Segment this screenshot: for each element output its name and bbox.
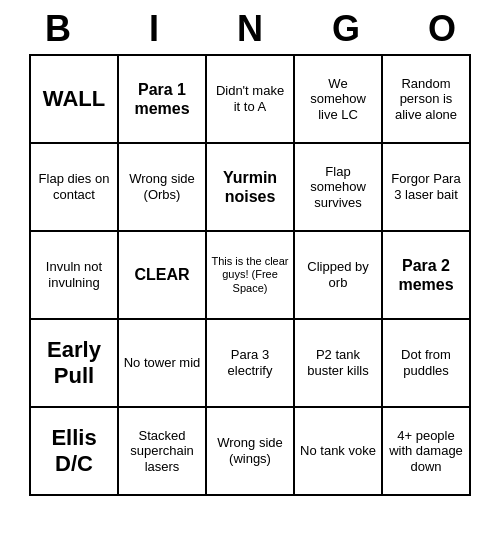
bingo-cell-7[interactable]: Yurmin noises: [207, 144, 295, 232]
bingo-cell-16[interactable]: No tower mid: [119, 320, 207, 408]
bingo-cell-21[interactable]: Stacked superchain lasers: [119, 408, 207, 496]
bingo-cell-10[interactable]: Invuln not invulning: [31, 232, 119, 320]
bingo-cell-9[interactable]: Forgor Para 3 laser bait: [383, 144, 471, 232]
bingo-cell-6[interactable]: Wrong side (Orbs): [119, 144, 207, 232]
bingo-letter-I: I: [110, 8, 198, 50]
bingo-cell-18[interactable]: P2 tank buster kills: [295, 320, 383, 408]
bingo-cell-24[interactable]: 4+ people with damage down: [383, 408, 471, 496]
bingo-letter-N: N: [206, 8, 294, 50]
bingo-cell-5[interactable]: Flap dies on contact: [31, 144, 119, 232]
bingo-cell-17[interactable]: Para 3 electrify: [207, 320, 295, 408]
bingo-header: BINGO: [10, 0, 490, 54]
bingo-cell-3[interactable]: We somehow live LC: [295, 56, 383, 144]
bingo-letter-O: O: [398, 8, 486, 50]
bingo-cell-12[interactable]: This is the clear guys! (Free Space): [207, 232, 295, 320]
bingo-letter-B: B: [14, 8, 102, 50]
bingo-cell-15[interactable]: Early Pull: [31, 320, 119, 408]
bingo-cell-22[interactable]: Wrong side (wings): [207, 408, 295, 496]
bingo-grid: WALLPara 1 memesDidn't make it to AWe so…: [29, 54, 471, 496]
bingo-cell-13[interactable]: Clipped by orb: [295, 232, 383, 320]
bingo-cell-20[interactable]: Ellis D/C: [31, 408, 119, 496]
bingo-cell-8[interactable]: Flap somehow survives: [295, 144, 383, 232]
bingo-cell-2[interactable]: Didn't make it to A: [207, 56, 295, 144]
bingo-cell-1[interactable]: Para 1 memes: [119, 56, 207, 144]
bingo-cell-0[interactable]: WALL: [31, 56, 119, 144]
bingo-cell-23[interactable]: No tank voke: [295, 408, 383, 496]
bingo-cell-19[interactable]: Dot from puddles: [383, 320, 471, 408]
bingo-letter-G: G: [302, 8, 390, 50]
bingo-cell-11[interactable]: CLEAR: [119, 232, 207, 320]
bingo-cell-14[interactable]: Para 2 memes: [383, 232, 471, 320]
bingo-cell-4[interactable]: Random person is alive alone: [383, 56, 471, 144]
